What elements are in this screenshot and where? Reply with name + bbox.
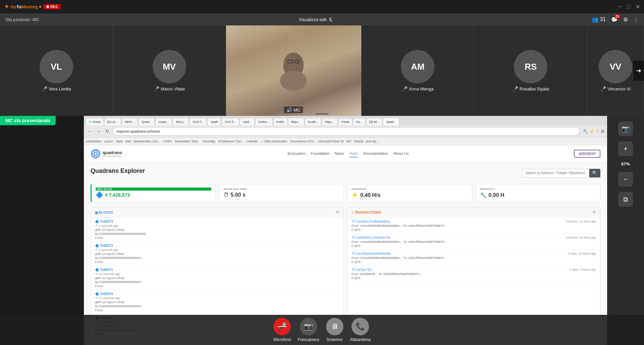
leave-control[interactable]: 📞 Abbandona — [350, 318, 371, 342]
block-number-4: 🔷 7426570 — [95, 292, 339, 296]
browser-menu-icon[interactable]: ⋮ — [596, 129, 600, 134]
browser-tab-svg2[interactable]: SVG F... — [222, 118, 239, 125]
maximize-button[interactable]: □ — [627, 4, 630, 10]
block-sub-3: by 0x00000000000000000000000. — [95, 280, 339, 284]
name-label-mc: MC — [293, 108, 300, 113]
browser-tab-new[interactable]: NEW:... — [122, 118, 138, 125]
bookmark-varie[interactable]: Varie — [116, 140, 122, 143]
leave-button-circle[interactable]: 📞 — [352, 318, 369, 335]
bookmark-pentest[interactable]: Penetration Testi... — [175, 140, 200, 143]
speaking-indicator: Sta parlando: MC — [5, 17, 39, 22]
zoom-out-button[interactable]: − — [618, 172, 633, 187]
browser-tab-qoli[interactable]: «qoli... — [240, 118, 255, 125]
browser-tab-posta2[interactable]: Posta — [338, 118, 352, 125]
nav-documentation[interactable]: Documentation — [363, 150, 388, 157]
blocks-refresh-button[interactable]: ↻ — [336, 210, 339, 215]
view-control[interactable]: Visualizza tutti ⇅ — [299, 17, 332, 22]
difficulty-label: DIFFICULTY — [480, 188, 596, 191]
chat-button[interactable]: 💬 25 — [611, 16, 618, 23]
quadrans-logo-icon — [91, 149, 101, 159]
zoom-in-button[interactable]: + — [618, 141, 633, 156]
avatar-am: AM — [401, 50, 434, 83]
browser-tab-svg[interactable]: SVG F... — [190, 118, 207, 125]
browser-tab-lin[interactable]: [6] Lin... — [104, 118, 121, 125]
refresh-button[interactable]: ↻ — [104, 128, 111, 135]
address-bar[interactable]: explorer.quadrans.io/home — [113, 127, 580, 135]
airdrop-button[interactable]: AIRDROP — [574, 150, 600, 158]
bookmark-speech[interactable]: Speechnotes | De... — [133, 140, 160, 143]
block-time-3: ⏱ 12 seconds ago — [95, 272, 339, 276]
screen-control[interactable]: 🖥 Schermo — [326, 318, 343, 342]
back-button[interactable]: ← — [87, 128, 93, 135]
gotomeeting-logo: ✦ GoToMeeting ▾ — [4, 3, 41, 10]
bookmark-covid[interactable]: Coronavirus COV... — [290, 140, 316, 143]
bookmark-github[interactable]: GitHub - pcm-dp... — [354, 140, 379, 143]
hashrate-icon: ⚡ — [352, 192, 358, 198]
block-txns-1: 0 txns — [95, 236, 339, 239]
tx-time-4: 4 days, 9 hours ago — [570, 268, 596, 272]
bookmark-other[interactable]: ☆ Other bookmarks — [261, 140, 287, 143]
browser-tab-https2[interactable]: https:... — [322, 118, 338, 125]
bookmark-wp[interactable]: WP — [346, 140, 352, 143]
browser-grid-icon[interactable]: ⊞ — [601, 129, 604, 134]
block-row-3: 🔷 7426571 ⏱ 12 seconds ago geth 11.0 go1… — [91, 266, 343, 290]
app-dropdown-icon[interactable]: ▾ — [39, 5, 41, 9]
search-button[interactable]: 🔍 — [589, 169, 600, 178]
mic-control[interactable]: 🎤 Microfono — [273, 318, 291, 342]
bookmark-tmp[interactable]: «TMP» — [163, 140, 172, 143]
camera-control[interactable]: 📷 Fotocamera — [298, 318, 319, 342]
browser-window: 📧 Posta [6] Lin... NEW:... Quad... crypt… — [84, 116, 607, 345]
participants-button[interactable]: 👥 31 — [592, 16, 606, 23]
browser-tab-online[interactable]: Online... — [255, 118, 273, 125]
browser-tabs: 📧 Posta [6] Lin... NEW:... Quad... crypt… — [84, 116, 607, 125]
settings-button[interactable]: ⚙ — [623, 16, 628, 23]
browser-tab-crypto[interactable]: crypto... — [155, 118, 172, 125]
bottom-controls: 🎤 Microfono 📷 Fotocamera 🖥 Schermo 📞 — [0, 315, 644, 345]
bookmark-mail[interactable]: Mail — [125, 140, 131, 143]
mic-label: Microfono — [273, 337, 291, 342]
next-participant-button[interactable]: ➜ — [633, 61, 644, 81]
browser-tab-wi[interactable]: [3] Wi... — [366, 118, 383, 125]
nav-foundation[interactable]: Foundation — [311, 150, 329, 157]
bookmark-lavoro[interactable]: Lavoro — [104, 140, 113, 143]
browser-tab-local[interactable]: localh... — [305, 118, 321, 125]
bookmark-ethereum[interactable]: M Ethereum Tuto... — [218, 140, 244, 143]
minimize-button[interactable]: − — [619, 4, 622, 10]
bookmark-linkedin[interactable]: LinkedIn — [247, 140, 258, 143]
difficulty-icon: 🔧 — [480, 192, 487, 198]
nav-about[interactable]: About Us — [393, 150, 409, 157]
bookmark-powerbi[interactable]: Microsoft Power Bi — [319, 140, 344, 143]
nav-tools[interactable]: Tools — [350, 150, 358, 157]
search-input[interactable] — [522, 169, 589, 178]
participant-name-mc: 🔊 MC — [284, 107, 303, 113]
screen-button-circle[interactable]: 🖥 — [326, 318, 343, 335]
close-button[interactable]: ✕ — [636, 4, 640, 10]
block-number: # 7,426,573 — [105, 192, 130, 198]
nav-news[interactable]: News — [335, 150, 344, 157]
mic-button-circle[interactable]: 🎤 — [273, 318, 291, 335]
bookmark-useful[interactable]: UsefulSites — [86, 140, 101, 143]
block-sub-2: by 0x00000000000000000000000. — [95, 256, 339, 260]
ellipsis-icon: ⋮ — [633, 16, 639, 23]
browser-tab-path[interactable]: «path — [207, 118, 221, 125]
forward-button[interactable]: → — [95, 128, 102, 135]
copy-tool-button[interactable]: ⧉ — [618, 192, 633, 207]
nav-ecosystem[interactable]: Ecosystem — [287, 150, 306, 157]
mute-icon-vl: 🎤 — [42, 86, 47, 91]
bookmark-someday[interactable]: Someday — [203, 140, 215, 143]
browser-tab-go[interactable]: Go... — [353, 118, 366, 125]
more-options-button[interactable]: ⋮ — [633, 16, 639, 23]
browser-tab-493[interactable]: 493.p... — [173, 118, 189, 125]
participants-strip: VL 🎤 Vera Leotta MV 🎤 Marco Vitale — [0, 25, 644, 116]
zoom-in-icon: + — [624, 145, 628, 153]
browser-tab-posta1[interactable]: 📧 Posta — [85, 118, 104, 125]
browser-tab-https1[interactable]: https:... — [288, 118, 304, 125]
transactions-refresh-button[interactable]: ↻ — [593, 210, 596, 215]
leave-label: Abbandona — [350, 337, 371, 342]
camera-button-circle[interactable]: 📷 — [300, 318, 317, 335]
screenshot-tool-button[interactable]: 📷 — [618, 121, 633, 136]
browser-tab-quad1[interactable]: Quad... — [139, 118, 155, 125]
logo-goto-text: GoToMeeting — [10, 4, 38, 9]
browser-tab-public[interactable]: Public — [273, 118, 288, 125]
browser-tab-quad-active[interactable]: Quad... — [383, 118, 399, 125]
